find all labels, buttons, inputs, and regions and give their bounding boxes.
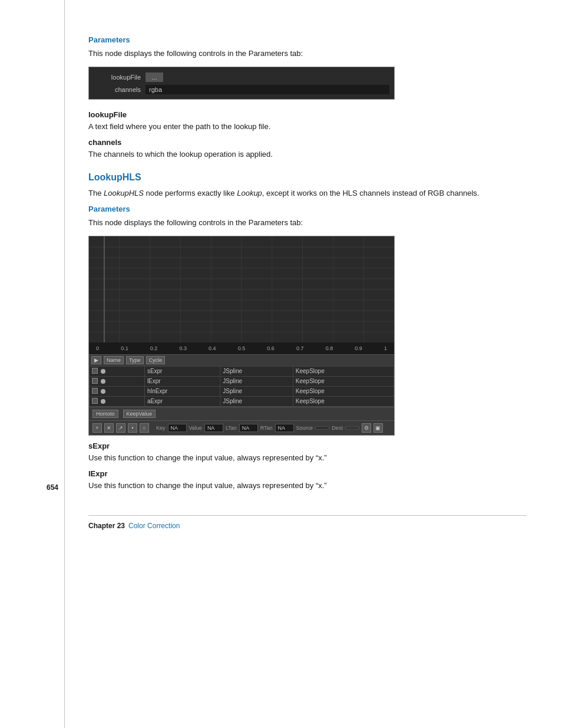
param-row-channels: channels rgba [89,84,394,95]
arrow-icon[interactable]: ↗ [116,423,125,433]
parameters-heading-1: Parameters [88,35,527,44]
parameters-intro-2: This node displays the following control… [88,217,527,229]
row-name-3: hInExpr [144,386,220,396]
table-row: aExpr JSpline KeepSlope [90,396,394,406]
value-value[interactable]: NA [204,424,223,432]
lookupfile-btn[interactable]: ... [146,73,163,82]
lookuphls-italic1: LookupHLS [104,189,144,197]
cross-icon[interactable]: ✕ [104,423,114,433]
param-row-lookupfile: lookupFile ... [89,71,394,84]
sexpr-section: sExpr Use this function to change the in… [88,442,527,464]
table-row: hInExpr JSpline KeepSlope [90,386,394,396]
lookupfile-section: lookupFile A text field where you enter … [88,110,527,133]
footer: Chapter 23 Color Correction [88,515,527,530]
curve-toolbar: ▶ Name Type Cycle [89,354,394,366]
channels-value: rgba [146,85,389,94]
axis-labels: 0 0.1 0.2 0.3 0.4 0.5 0.6 0.7 0.8 0.9 1 [91,345,392,351]
keepvalue-btn[interactable]: KeepValue [123,410,156,418]
axis-02: 0.2 [150,345,158,351]
value-label: Value [189,425,202,431]
row-icon-1 [90,366,145,376]
channels-field-name: channels [88,138,527,147]
settings-icon[interactable]: ⚙ [362,423,371,433]
row-type-2: JSpline [220,376,293,386]
curve-table: sExpr JSpline KeepSlope lExpr JSpl [89,366,394,407]
parameters-heading-2: Parameters [88,205,527,213]
key-label: Key [156,425,166,431]
curve-value-row: + ✕ ↗ • ○ Key NA Value NA LTan NA [89,420,394,435]
lookupfile-label: lookupFile [94,74,141,81]
lexpr-section: lExpr Use this function to change the in… [88,469,527,492]
lookuphls-section: LookupHLS The LookupHLS node performs ex… [88,172,527,199]
lookupfile-field-name: lookupFile [88,110,527,119]
copy-icon[interactable]: ▣ [373,423,383,433]
dot-icon[interactable]: • [128,423,137,433]
sexpr-field-desc: Use this function to change the input va… [88,452,527,464]
circle-icon[interactable]: ○ [140,423,149,433]
toolbar-name-col: Name [104,356,124,364]
content-area: Parameters This node displays the follow… [65,0,562,728]
curve-editor: 0 0.1 0.2 0.3 0.4 0.5 0.6 0.7 0.8 0.9 1 [88,236,395,436]
table-row: lExpr JSpline KeepSlope [90,376,394,386]
axis-07: 0.7 [296,345,304,351]
source-label: Source [296,425,313,431]
lookuphls-italic2: Lookup [237,189,262,197]
curve-bottom-toolbar: Homoto KeepValue [89,407,394,420]
lookuphls-desc: The LookupHLS node performs exactly like… [88,187,527,199]
axis-08: 0.8 [326,345,333,351]
row-cycle-1: KeepSlope [293,366,394,376]
row-type-1: JSpline [220,366,293,376]
add-icon[interactable]: + [92,423,102,433]
rtan-value[interactable]: NA [275,424,294,432]
channels-section: channels The channels to which the looku… [88,138,527,160]
axis-06: 0.6 [267,345,275,351]
chapter-link: Color Correction [128,522,180,530]
row-name-4: aExpr [144,396,220,406]
table-row: sExpr JSpline KeepSlope [90,366,394,376]
axis-09: 0.9 [355,345,362,351]
key-value[interactable]: NA [168,424,187,432]
curve-canvas [89,236,394,342]
curve-axis: 0 0.1 0.2 0.3 0.4 0.5 0.6 0.7 0.8 0.9 1 [89,342,394,354]
rtan-label: RTan [260,425,273,431]
sexpr-field-name: sExpr [88,442,527,450]
axis-03: 0.3 [179,345,187,351]
row-type-3: JSpline [220,386,293,396]
lexpr-field-desc: Use this function to change the input va… [88,480,527,492]
lexpr-field-name: lExpr [88,469,527,478]
toolbar-type-col: Type [126,356,144,364]
curve-svg [89,236,394,342]
row-name-2: lExpr [144,376,220,386]
axis-01: 0.1 [121,345,128,351]
ltan-value[interactable]: NA [239,424,258,432]
parameters-section-1: Parameters This node displays the follow… [88,35,527,100]
axis-04: 0.4 [209,345,216,351]
parameters-intro-1: This node displays the following control… [88,48,527,60]
param-table-1: lookupFile ... channels rgba [88,67,395,100]
axis-1: 1 [384,345,387,351]
row-icon-4 [90,396,145,406]
left-margin: 654 [0,0,65,728]
parameters-section-2: Parameters This node displays the follow… [88,205,527,436]
toolbar-arrow-btn[interactable]: ▶ [91,356,101,364]
row-icon-2 [90,376,145,386]
page-number: 654 [47,483,58,492]
channels-label: channels [94,86,141,93]
lookuphls-heading: LookupHLS [88,172,527,183]
homoto-btn[interactable]: Homoto [92,410,118,418]
row-cycle-2: KeepSlope [293,376,394,386]
row-name-1: sExpr [144,366,220,376]
row-icon-3 [90,386,145,396]
chapter-label: Chapter 23 [88,522,125,530]
value-controls: + ✕ ↗ • ○ Key NA Value NA LTan NA [92,423,383,433]
row-type-4: JSpline [220,396,293,406]
row-cycle-3: KeepSlope [293,386,394,396]
channels-field-desc: The channels to which the lookup operati… [88,149,527,160]
ltan-label: LTan [226,425,237,431]
dest-label: Dest [332,425,343,431]
lookupfile-field-desc: A text field where you enter the path to… [88,121,527,133]
dest-value[interactable] [345,427,359,429]
source-value[interactable] [315,427,329,429]
toolbar-cycle-col: Cycle [146,356,166,364]
axis-0: 0 [96,345,99,351]
